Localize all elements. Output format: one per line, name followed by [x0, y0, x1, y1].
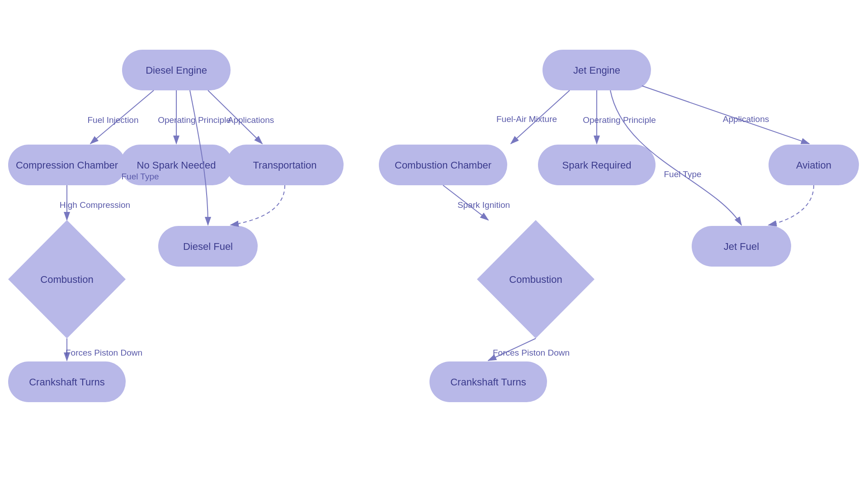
- diesel-forces-piston-label: Forces Piston Down: [66, 348, 142, 357]
- jet-forces-piston-label: Forces Piston Down: [493, 348, 570, 357]
- diesel-high-compression-label: High Compression: [60, 200, 130, 210]
- aviation-label: Aviation: [796, 160, 831, 171]
- diesel-fuel-label: Diesel Fuel: [183, 241, 233, 252]
- diesel-combustion-label: Combustion: [40, 274, 93, 285]
- jet-fuel-label: Jet Fuel: [724, 241, 759, 252]
- jet-crankshaft-label: Crankshaft Turns: [450, 376, 526, 388]
- diesel-crankshaft-label: Crankshaft Turns: [29, 376, 105, 388]
- jet-spark-ignition-label: Spark Ignition: [458, 200, 510, 210]
- jet-aviation-fuel-edge: [769, 185, 814, 225]
- diesel-engine-label: Diesel Engine: [146, 65, 207, 76]
- jet-applications-label: Applications: [723, 114, 769, 124]
- jet-fuel-air-label: Fuel-Air Mixture: [496, 114, 557, 124]
- diesel-fuel-injection-label: Fuel Injection: [87, 115, 138, 125]
- diesel-fuel-type-label: Fuel Type: [121, 172, 159, 181]
- jet-combustion-label: Combustion: [509, 274, 562, 285]
- diesel-applications-label: Applications: [228, 115, 274, 125]
- jet-engine-label: Jet Engine: [573, 65, 620, 76]
- compression-chamber-label: Compression Chamber: [16, 160, 118, 171]
- jet-fuel-type-label: Fuel Type: [664, 169, 701, 179]
- combustion-chamber-label: Combustion Chamber: [395, 160, 491, 171]
- jet-operating-principle-label: Operating Principle: [583, 115, 656, 125]
- spark-required-label: Spark Required: [562, 160, 632, 171]
- diesel-transport-fuel-edge: [231, 185, 285, 225]
- diesel-operating-principle-label: Operating Principle: [158, 115, 231, 125]
- transportation-label: Transportation: [253, 160, 316, 171]
